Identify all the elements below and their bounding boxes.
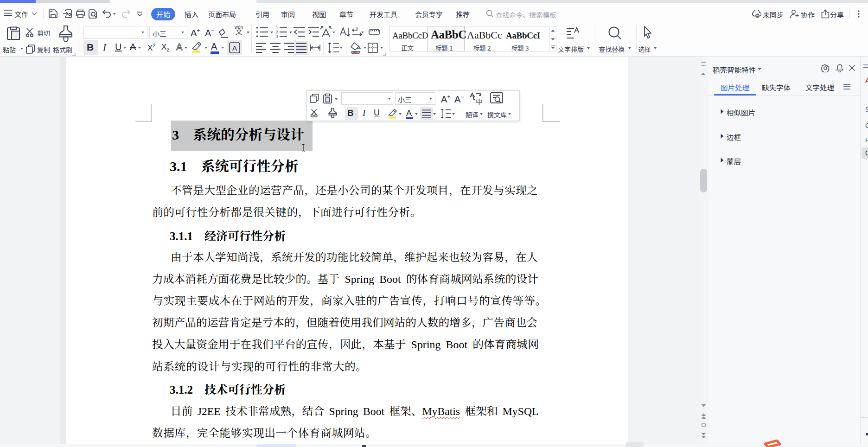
svg-text:中: 中 [476, 96, 483, 105]
svg-text:A: A [232, 44, 237, 52]
svg-text:3: 3 [276, 34, 278, 38]
